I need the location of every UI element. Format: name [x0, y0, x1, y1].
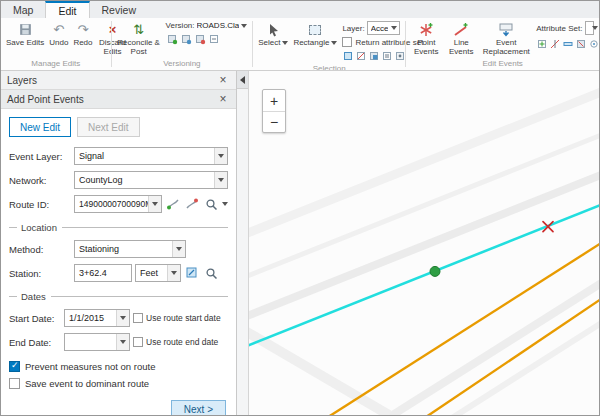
route-id-label: Route ID: — [9, 199, 71, 210]
event-replacement-label: Event Replacement — [481, 38, 531, 56]
redo-button[interactable]: ↷ Redo — [71, 20, 94, 48]
station-input[interactable]: 3+62.4 — [74, 264, 132, 282]
event-layer-label: Event Layer: — [9, 151, 71, 162]
map-canvas[interactable]: + − — [249, 71, 599, 415]
event-replacement-icon — [498, 21, 514, 38]
add-event-icon[interactable] — [536, 37, 548, 50]
pick-station-on-map-icon[interactable] — [184, 265, 200, 281]
method-value: Stationing — [75, 244, 172, 254]
zoom-in-button[interactable]: + — [263, 90, 285, 111]
save-dominant-route-checkbox[interactable] — [9, 378, 20, 389]
attribute-set-select[interactable]: Default — [585, 21, 595, 35]
redo-label: Redo — [73, 38, 92, 47]
start-date-select[interactable]: 1/1/2015 — [64, 309, 130, 327]
event-layer-select[interactable]: Signal — [74, 147, 228, 165]
network-value: CountyLog — [75, 175, 214, 185]
tab-edit[interactable]: Edit — [45, 1, 89, 18]
route-id-select[interactable]: 14900000700090M01 — [74, 195, 162, 213]
merge-event-icon[interactable] — [562, 37, 574, 50]
invert-selection-icon[interactable] — [368, 49, 380, 62]
version-selector[interactable]: Version: ROADS.Claire_Reg — [166, 21, 248, 30]
retire-event-icon[interactable] — [575, 37, 587, 50]
zoom-to-route-icon[interactable] — [203, 196, 219, 212]
point-events-label: Point Events — [411, 38, 441, 56]
version-label: Version: — [166, 21, 195, 30]
split-event-icon[interactable] — [549, 37, 561, 50]
use-route-start-date-label: Use route start date — [146, 313, 221, 323]
event-layer-value: Signal — [75, 151, 214, 161]
select-cursor-icon — [267, 21, 280, 38]
dates-section-label: Dates — [21, 291, 46, 302]
layer-select[interactable]: Access_Control — [367, 21, 401, 35]
zoom-out-button[interactable]: − — [263, 111, 285, 132]
end-date-select[interactable] — [64, 333, 130, 351]
next-edit-button[interactable]: Next Edit — [77, 117, 140, 137]
group-label-edit-events: Edit Events — [406, 58, 599, 70]
route-id-value: 14900000700090M01 — [75, 199, 148, 209]
chevron-down-icon — [120, 316, 126, 320]
event-replacement-button[interactable]: Event Replacement — [479, 20, 533, 57]
chevron-down-icon — [171, 271, 177, 275]
add-point-events-pane-header: Add Point Events — [1, 90, 236, 109]
chevron-down-icon — [120, 340, 126, 344]
network-select[interactable]: CountyLog — [74, 171, 228, 189]
point-events-button[interactable]: Point Events — [409, 20, 443, 57]
undo-button[interactable]: ↶ Undo — [47, 20, 70, 48]
select-all-icon[interactable] — [342, 49, 354, 62]
point-events-icon — [418, 21, 434, 38]
chevron-down-icon[interactable] — [222, 202, 228, 206]
selection-attributes-icon[interactable] — [381, 49, 393, 62]
chevron-down-icon — [218, 154, 224, 158]
zoom-to-station-icon[interactable] — [203, 265, 219, 281]
layer-label: Layer: — [342, 24, 364, 33]
selection-tools — [342, 49, 400, 62]
tab-map[interactable]: Map — [1, 1, 45, 18]
station-unit-select[interactable]: Feet — [135, 264, 181, 282]
group-label-selection: Selection — [253, 63, 405, 70]
chevron-down-icon — [391, 26, 397, 30]
prevent-measures-checkbox[interactable] — [9, 361, 20, 372]
use-route-end-date-checkbox[interactable] — [133, 337, 143, 347]
edit-events-tools — [536, 37, 594, 50]
station-unit-value: Feet — [136, 268, 167, 278]
snap-events-icon[interactable] — [588, 37, 599, 50]
ribbon-group-edit-events: Point Events Line Events Event Replaceme… — [406, 18, 599, 70]
chevron-down-icon — [152, 202, 158, 206]
clear-selection-icon[interactable] — [355, 49, 367, 62]
select-route-on-map-icon[interactable] — [165, 196, 181, 212]
new-edit-button[interactable]: New Edit — [9, 117, 71, 137]
save-edits-button[interactable]: Save Edits — [4, 20, 46, 48]
reconcile-post-button[interactable]: ⇅ Reconcile & Post — [115, 20, 163, 57]
version-conflicts-icon[interactable] — [194, 32, 207, 45]
close-add-point-events-icon[interactable] — [216, 92, 230, 106]
select-tool-button[interactable]: Select — [256, 20, 290, 48]
refresh-version-icon[interactable] — [166, 32, 179, 45]
left-panel: Layers Add Point Events New Edit Next Ed… — [1, 71, 237, 415]
collapse-panel-button[interactable] — [237, 71, 248, 89]
dates-section-divider: Dates — [9, 291, 228, 302]
save-dominant-route-label: Save event to dominant route — [25, 378, 149, 389]
line-events-button[interactable]: Line Events — [444, 20, 478, 57]
rectangle-select-button[interactable]: Rectangle — [291, 20, 339, 48]
method-select[interactable]: Stationing — [74, 240, 186, 258]
attribute-set-label: Attribute Set: — [536, 24, 582, 33]
location-section-divider: Location — [9, 222, 228, 233]
version-properties-icon[interactable] — [208, 32, 221, 45]
pick-route-icon[interactable] — [184, 196, 200, 212]
line-events-icon — [453, 21, 469, 38]
next-button[interactable]: Next > — [171, 400, 226, 416]
station-label: Station: — [9, 268, 71, 279]
reconcile-post-icon: ⇅ — [133, 21, 144, 38]
end-date-label: End Date: — [9, 337, 61, 348]
return-attribute-set-checkbox-row: Return attribute set — [342, 37, 400, 47]
start-date-value: 1/1/2015 — [65, 313, 116, 323]
version-changes-icon[interactable] — [180, 32, 193, 45]
close-layers-pane-icon[interactable] — [216, 73, 230, 87]
use-route-start-date-checkbox[interactable] — [133, 313, 143, 323]
undo-icon: ↶ — [53, 21, 64, 38]
tab-review[interactable]: Review — [90, 1, 148, 18]
group-label-manage-edits: Manage Edits — [1, 58, 111, 70]
return-attribute-set-checkbox[interactable] — [342, 37, 352, 47]
save-edits-label: Save Edits — [6, 38, 44, 47]
version-value: ROADS.Claire_Reg — [197, 21, 240, 30]
